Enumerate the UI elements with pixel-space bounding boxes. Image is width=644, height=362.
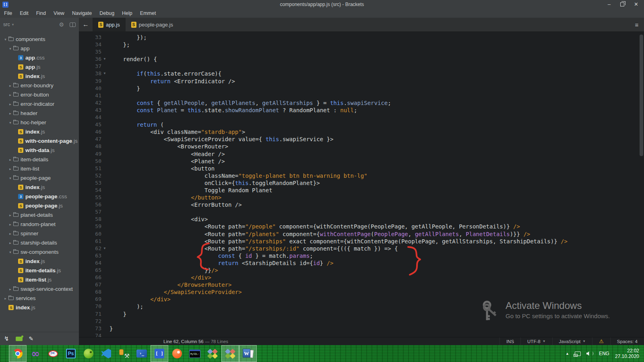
extension-brick-icon[interactable]: [16, 337, 23, 341]
taskbar-button-brackets[interactable]: [ ]: [151, 345, 168, 362]
code-line-57[interactable]: 57: [79, 208, 644, 216]
taskbar-button-postman[interactable]: [168, 345, 186, 362]
tree-file-index.js[interactable]: Sindex.js: [0, 257, 79, 266]
tree-folder-item-details[interactable]: ▸item-details: [0, 155, 79, 164]
code-line-68[interactable]: 68 </SwapiServiceProvider>: [79, 288, 644, 296]
chevron-collapsed-icon[interactable]: ▸: [8, 222, 12, 226]
chevron-collapsed-icon[interactable]: ▸: [8, 167, 12, 171]
code-line-61[interactable]: 61 <Route path="/starships" exact compon…: [79, 238, 644, 245]
menu-item-edit[interactable]: Edit: [20, 10, 29, 16]
chevron-expanded-icon[interactable]: ▾: [8, 176, 12, 180]
code-line-47[interactable]: 47 <SwapiServiceProvider value={ this.sw…: [79, 136, 644, 143]
tree-file-index.js[interactable]: Sindex.js: [0, 183, 79, 192]
tree-file-index.js[interactable]: Sindex.js: [0, 72, 79, 81]
hamburger-menu-icon[interactable]: ≡: [630, 18, 644, 31]
tree-folder-header[interactable]: ▸header: [0, 109, 79, 118]
taskbar-button-visual-studio[interactable]: ∞: [27, 345, 44, 362]
split-view-icon[interactable]: [70, 23, 76, 27]
status-utf-8[interactable]: UTF-8▼: [520, 337, 552, 345]
network-icon[interactable]: [575, 352, 581, 356]
code-line-65[interactable]: 65 }}/>: [79, 267, 644, 274]
chevron-expanded-icon[interactable]: ▾: [8, 47, 12, 51]
code-line-51[interactable]: 51 <button: [79, 165, 644, 172]
tree-folder-starship-details[interactable]: ▸starship-details: [0, 238, 79, 247]
menu-item-debug[interactable]: Debug: [99, 10, 114, 16]
taskbar-button-tortoise-svn[interactable]: [204, 345, 221, 362]
status-spaces-4[interactable]: Spaces: 4: [610, 337, 644, 345]
tree-file-item-details.js[interactable]: Sitem-details.js: [0, 266, 79, 275]
tree-file-item-list.js[interactable]: Sitem-list.js: [0, 275, 79, 284]
code-line-58[interactable]: 58 <div>: [79, 216, 644, 223]
tree-folder-swapi-service-context[interactable]: ▸swapi-service-context: [0, 284, 79, 294]
code-line-35[interactable]: 35: [79, 48, 644, 56]
chevron-expanded-icon[interactable]: ▾: [8, 121, 12, 125]
project-dropdown[interactable]: src: [3, 22, 10, 27]
code-line-62[interactable]: 62▼ <Route path="/starships/:id" compone…: [79, 245, 644, 252]
fold-arrow-icon[interactable]: ▼: [101, 245, 108, 252]
menu-item-help[interactable]: Help: [122, 10, 132, 16]
chevron-collapsed-icon[interactable]: ▸: [8, 241, 12, 245]
chevron-collapsed-icon[interactable]: ▸: [8, 287, 12, 291]
tree-file-index.js[interactable]: Sindex.js: [0, 127, 79, 136]
menu-item-navigate[interactable]: Navigate: [72, 10, 92, 16]
code-line-60[interactable]: 60 <Route path="/planets" component={wit…: [79, 230, 644, 238]
fold-arrow-icon[interactable]: ▼: [101, 70, 108, 77]
code-line-55[interactable]: 55 </button>: [79, 194, 644, 201]
minimize-button[interactable]: –: [608, 0, 611, 9]
tree-folder-hoc-helper[interactable]: ▾hoc-helper: [0, 118, 79, 127]
tree-file-with-data.js[interactable]: Swith-data.js: [0, 146, 79, 155]
tree-file-index.js[interactable]: Sindex.js: [0, 303, 79, 312]
code-line-46[interactable]: 46 <div className="stardb-app">: [79, 128, 644, 136]
code-line-67[interactable]: 67 </BrowserRouter>: [79, 281, 644, 288]
code-line-52[interactable]: 52 className="toggle-planet btn btn-warn…: [79, 172, 644, 179]
code-line-41[interactable]: 41: [79, 92, 644, 99]
tree-folder-error-indicator[interactable]: ▸error-indicator: [0, 99, 79, 109]
code-line-66[interactable]: 66 </div>: [79, 274, 644, 281]
menu-item-file[interactable]: File: [4, 10, 12, 16]
code-line-56[interactable]: 56 <ErrorButton />: [79, 201, 644, 208]
tree-file-app.js[interactable]: Sapp.js: [0, 62, 79, 72]
tree-folder-components[interactable]: ▾components: [0, 35, 79, 44]
tree-folder-sw-components[interactable]: ▾sw-components: [0, 247, 79, 257]
tree-folder-spinner[interactable]: ▸spinner: [0, 229, 79, 238]
chevron-collapsed-icon[interactable]: ▸: [8, 93, 12, 97]
lightning-icon[interactable]: ↯: [4, 335, 9, 342]
chevron-collapsed-icon[interactable]: ▸: [3, 296, 8, 300]
chevron-collapsed-icon[interactable]: ▸: [8, 158, 12, 162]
code-line-53[interactable]: 53 onClick={this.toggleRandomPlanet}>: [79, 179, 644, 187]
tree-folder-error-boundry[interactable]: ▸error-boundry: [0, 81, 79, 90]
code-line-59[interactable]: 59 <Route path="/people" component={with…: [79, 223, 644, 230]
chevron-collapsed-icon[interactable]: ▸: [8, 102, 12, 106]
restore-button[interactable]: [620, 2, 624, 6]
lint-warning-indicator[interactable]: ⚠: [592, 337, 610, 345]
taskbar-button-sql-config-tool[interactable]: [115, 345, 133, 362]
taskbar-button-word[interactable]: W: [239, 345, 257, 362]
chevron-expanded-icon[interactable]: ▾: [8, 250, 12, 254]
editor-scrollbar-thumb[interactable]: [640, 35, 643, 156]
code-line-37[interactable]: 37: [79, 63, 644, 70]
clock[interactable]: 22:02 27.10.2020: [615, 348, 639, 359]
taskbar-button-tortoise-git[interactable]: [221, 345, 239, 362]
chevron-collapsed-icon[interactable]: ▸: [8, 232, 12, 236]
gear-icon[interactable]: ⚙: [59, 21, 64, 28]
cursor-position[interactable]: Line 62, Column 56: [163, 339, 204, 344]
taskbar-button-snipping-tool[interactable]: [44, 345, 62, 362]
tab-people-page.js[interactable]: Speople-page.js: [126, 18, 179, 31]
code-line-36[interactable]: 36▼ render() {: [79, 56, 644, 63]
taskbar-button-powershell[interactable]: ›_: [133, 345, 151, 362]
chevron-collapsed-icon[interactable]: ▸: [8, 213, 12, 217]
code-line-48[interactable]: 48 <BrowserRouter>: [79, 143, 644, 150]
code-line-64[interactable]: 64 return <StarshipDetails id={id} />: [79, 259, 644, 267]
code-editor[interactable]: 33 });34 };3536▼ render() {3738▼ if(this…: [79, 31, 644, 337]
taskbar-button-photoshop[interactable]: Ps: [62, 345, 80, 362]
code-line-40[interactable]: 40 }: [79, 85, 644, 92]
tree-folder-random-planet[interactable]: ▸random-planet: [0, 220, 79, 229]
menu-item-find[interactable]: Find: [36, 10, 46, 16]
code-line-43[interactable]: 43 const Planet = this.state.showRandomP…: [79, 107, 644, 114]
tree-folder-error-button[interactable]: ▸error-button: [0, 90, 79, 99]
status-ins[interactable]: INS: [500, 337, 520, 345]
code-line-42[interactable]: 42 const { getAllPeople, getAllPlanets, …: [79, 99, 644, 107]
menu-item-emmet[interactable]: Emmet: [140, 10, 156, 16]
magic-wand-icon[interactable]: ✎: [29, 335, 34, 342]
taskbar-button-vscode[interactable]: [97, 345, 115, 362]
